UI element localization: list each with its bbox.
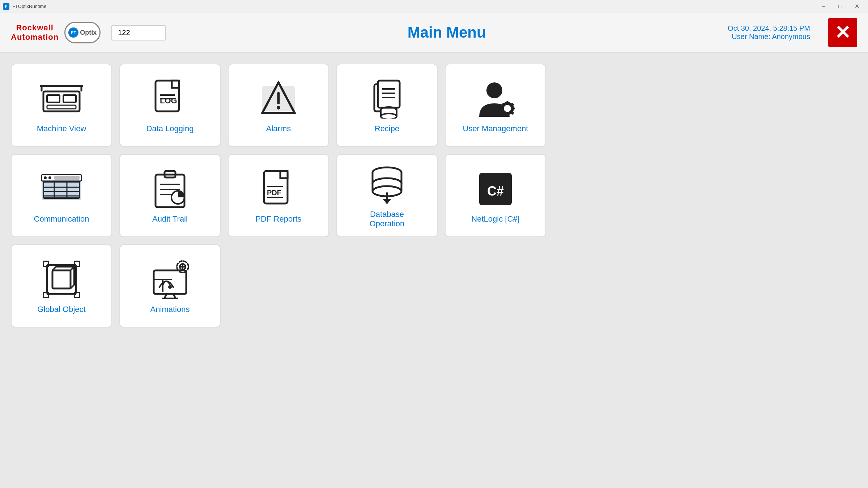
animations-icon	[148, 258, 192, 301]
station-input[interactable]	[111, 25, 166, 40]
titlebar-controls: − □ ✕	[815, 0, 865, 13]
menu-card-pdf-reports[interactable]: PDF PDF Reports	[228, 154, 329, 237]
svg-rect-32	[506, 101, 509, 104]
svg-point-31	[504, 105, 511, 112]
header-info: Oct 30, 2024, 5:28:15 PM User Name: Anon…	[728, 24, 810, 41]
pdf-reports-label: PDF Reports	[255, 214, 301, 224]
global-object-label: Global Object	[37, 305, 85, 314]
menu-card-netlogic[interactable]: C# NetLogic [C#]	[445, 154, 546, 237]
rockwell-line2: Automation	[11, 33, 59, 42]
optix-label: Optix	[80, 29, 97, 37]
global-object-icon	[40, 258, 83, 301]
menu-card-communication[interactable]: Communication	[11, 154, 112, 237]
svg-text:F: F	[5, 5, 7, 9]
svg-rect-33	[506, 113, 509, 116]
svg-text:C#: C#	[487, 184, 504, 198]
svg-rect-59	[280, 171, 288, 178]
svg-text:PDF: PDF	[267, 189, 281, 197]
menu-card-recipe[interactable]: Recipe	[336, 64, 438, 147]
ft-optix-badge: FT Optix	[64, 22, 101, 43]
svg-point-29	[486, 82, 502, 98]
svg-point-48	[44, 176, 47, 179]
svg-point-18	[277, 106, 280, 110]
database-operation-icon	[365, 163, 409, 206]
data-logging-label: Data Logging	[146, 124, 194, 133]
header-datetime: Oct 30, 2024, 5:28:15 PM	[728, 24, 810, 33]
svg-rect-35	[512, 107, 515, 110]
svg-marker-73	[383, 199, 391, 204]
ft-circle: FT	[68, 27, 78, 38]
header-title: Main Menu	[176, 24, 717, 41]
header-user: User Name: Anonymous	[728, 33, 810, 41]
svg-rect-20	[378, 81, 400, 108]
rockwell-line1: Rockwell	[16, 23, 53, 33]
close-x-icon: ✕	[835, 23, 851, 42]
menu-row-3: Global Object	[11, 244, 857, 328]
svg-line-84	[75, 294, 76, 295]
communication-icon	[40, 167, 83, 211]
database-operation-label: Database Operation	[370, 210, 405, 228]
svg-rect-85	[52, 270, 71, 288]
minimize-button[interactable]: −	[815, 0, 832, 13]
machine-view-label: Machine View	[37, 124, 86, 133]
menu-row-1: Machine View LOG Data Logging	[11, 64, 857, 147]
user-management-label: User Management	[463, 124, 528, 133]
data-logging-icon: LOG	[148, 77, 192, 120]
svg-rect-11	[172, 81, 179, 88]
rockwell-logo: Rockwell Automation	[11, 23, 59, 42]
window-close-button[interactable]: ✕	[848, 0, 865, 13]
svg-text:LOG: LOG	[160, 96, 177, 105]
audit-trail-icon	[148, 167, 192, 211]
menu-card-audit-trail[interactable]: Audit Trail	[119, 154, 221, 237]
pdf-reports-icon: PDF	[257, 167, 300, 211]
svg-rect-34	[500, 107, 503, 110]
svg-line-82	[75, 264, 76, 265]
titlebar: F FTOptixRuntime − □ ✕	[0, 0, 868, 13]
main-content: Machine View LOG Data Logging	[0, 53, 868, 338]
menu-card-machine-view[interactable]: Machine View	[11, 64, 112, 147]
menu-row-2: Communication Audit Trail	[11, 154, 857, 237]
svg-rect-5	[47, 105, 76, 109]
menu-card-data-logging[interactable]: LOG Data Logging	[119, 64, 221, 147]
menu-card-animations[interactable]: Animations	[119, 244, 221, 328]
menu-card-database-operation[interactable]: Database Operation	[336, 154, 438, 237]
alarms-icon	[257, 77, 300, 120]
app-close-button[interactable]: ✕	[828, 18, 857, 47]
audit-trail-label: Audit Trail	[152, 214, 188, 224]
svg-rect-40	[42, 180, 81, 200]
menu-card-alarms[interactable]: Alarms	[228, 64, 329, 147]
netlogic-icon: C#	[474, 167, 517, 211]
svg-rect-4	[63, 95, 76, 102]
svg-rect-3	[47, 95, 60, 102]
svg-point-99	[168, 285, 172, 289]
recipe-icon	[365, 77, 409, 120]
recipe-label: Recipe	[375, 124, 399, 133]
svg-line-81	[47, 264, 48, 265]
menu-card-user-management[interactable]: User Management	[445, 64, 546, 147]
app-icon: F	[3, 3, 9, 10]
svg-rect-50	[54, 176, 80, 180]
svg-line-83	[47, 294, 48, 295]
svg-point-49	[48, 176, 51, 179]
animations-label: Animations	[150, 305, 190, 314]
machine-view-icon	[40, 77, 83, 120]
netlogic-label: NetLogic [C#]	[471, 214, 519, 224]
alarms-label: Alarms	[266, 124, 291, 133]
header: Rockwell Automation FT Optix Main Menu O…	[0, 13, 868, 53]
menu-card-global-object[interactable]: Global Object	[11, 244, 112, 328]
maximize-button[interactable]: □	[832, 0, 848, 13]
titlebar-title: FTOptixRuntime	[12, 4, 812, 9]
brand: Rockwell Automation FT Optix	[11, 22, 101, 43]
communication-label: Communication	[34, 214, 89, 224]
user-management-icon	[474, 77, 517, 120]
